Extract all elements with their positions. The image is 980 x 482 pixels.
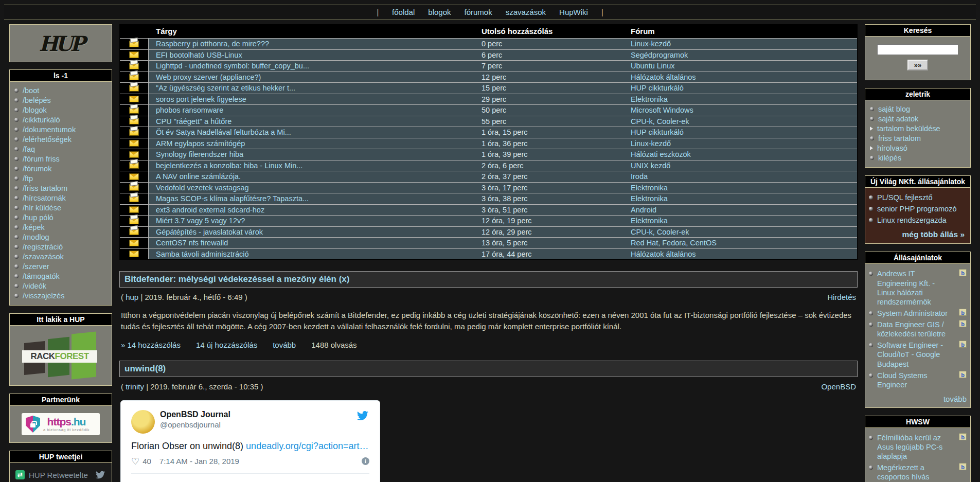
twitter-bird-icon[interactable] — [95, 470, 106, 479]
top-nav-link[interactable]: HupWiki — [559, 8, 588, 16]
sidebar-item[interactable]: /blogok — [13, 105, 108, 115]
sidebar-link[interactable]: /dokumentumok — [23, 126, 76, 134]
topic-link[interactable]: CentOS7 nfs firewalld — [156, 239, 228, 247]
job-link[interactable]: senior PHP programozó — [877, 204, 956, 213]
topic-link[interactable]: Vedofold vezetek vastagsag — [156, 184, 249, 192]
sidebar-link[interactable]: /videók — [23, 282, 46, 290]
forum-link[interactable]: Iroda — [631, 172, 648, 181]
sidebar-link[interactable]: /képek — [23, 223, 45, 231]
job-item[interactable]: Data Engineer GIS / közlekedési területr… — [869, 319, 967, 340]
sidebar-link[interactable]: /hup póló — [23, 213, 54, 222]
user-menu-link[interactable]: saját adatok — [878, 115, 918, 123]
topic-link[interactable]: EFI bootolható USB-Linux — [156, 51, 242, 59]
forum-link[interactable]: Linux-kezdő — [631, 40, 671, 48]
tweet-link[interactable]: undeadly.org/cgi?action=art… — [246, 441, 368, 451]
job-link[interactable]: PL/SQL fejlesztő — [877, 193, 932, 202]
sidebar-item[interactable]: /friss tartalom — [13, 184, 108, 193]
search-submit-button[interactable]: »» — [907, 60, 928, 70]
table-row[interactable]: Miért 3.7 vagy 5 vagy 12v? 12 óra, 19 pe… — [120, 215, 857, 226]
article-title-link[interactable]: Bitdefender: mélységi védekezéssel a mez… — [124, 274, 349, 284]
embedded-tweet-card[interactable]: OpenBSD Journal @openbsdjournal Florian … — [120, 400, 380, 482]
author-link[interactable]: hup — [126, 293, 138, 301]
sidebar-item[interactable]: /hup póló — [13, 213, 108, 223]
sidebar-item[interactable]: /ftp — [13, 174, 108, 184]
forum-link[interactable]: Ubuntu Linux — [631, 62, 674, 70]
table-row[interactable]: ARM egylapos számítógép 1 óra, 36 perc L… — [120, 138, 857, 149]
table-row[interactable]: Gépátépítés - javaslatokat várok 12 óra,… — [120, 226, 857, 238]
new-comments-link[interactable]: 14 új hozzászólás — [196, 341, 257, 349]
topic-link[interactable]: ARM egylapos számítógép — [156, 139, 245, 148]
bookmark-badge-icon[interactable]: b — [959, 320, 967, 327]
job-item[interactable]: Andrews IT Engineering Kft. - Linux háló… — [869, 268, 967, 308]
sidebar-item[interactable]: /boot — [13, 86, 108, 96]
job-link[interactable]: System Administrator — [877, 309, 948, 318]
top-nav-item[interactable]: blogok — [428, 8, 451, 16]
forum-link[interactable]: Hálózatok általános — [631, 250, 696, 258]
topic-link[interactable]: Samba távoli adminisztráció — [156, 250, 249, 258]
job-link[interactable]: Megérkezett a csoportos hívás Viberre — [877, 463, 948, 482]
topic-link[interactable]: Gépátépítés - javaslatokat várok — [156, 228, 263, 236]
topic-link[interactable]: Raspberry pi otthonra, de mire??? — [156, 40, 269, 48]
table-row[interactable]: Magas SCOP-s klíma alapfűtésre? Tapaszta… — [120, 193, 857, 204]
sidebar-link[interactable]: /fórumok — [23, 165, 51, 173]
table-row[interactable]: ext3 android external sdcard-hoz 3 óra, … — [120, 204, 857, 216]
top-nav-item[interactable]: főoldal — [392, 8, 415, 16]
tweet-timestamp[interactable]: 7:14 AM - Jan 28, 2019 — [159, 457, 239, 466]
sidebar-link[interactable]: /cikkturkáló — [23, 116, 60, 124]
user-menu-link[interactable]: tartalom beküldése — [877, 124, 940, 133]
forum-link[interactable]: Segédprogramok — [631, 51, 688, 59]
topic-link[interactable]: Magas SCOP-s klíma alapfűtésre? Tapaszta… — [156, 194, 309, 203]
topic-link[interactable]: Öt év Satya Nadellával felturbózta a Mi.… — [156, 128, 291, 136]
openbsd-link[interactable]: OpenBSD — [821, 382, 856, 391]
forum-link[interactable]: Linux-kezdő — [631, 139, 671, 148]
sidebar-item[interactable]: /hírcsatornák — [13, 193, 108, 203]
top-nav-link[interactable]: szavazások — [506, 8, 546, 16]
sidebar-link[interactable]: /szavazások — [23, 253, 64, 261]
author-link[interactable]: trinity — [126, 382, 144, 391]
sidebar-link[interactable]: /hír küldése — [23, 204, 61, 212]
info-icon[interactable]: i — [362, 457, 369, 465]
topic-link[interactable]: Web proxy szerver (appliance?) — [156, 73, 261, 81]
sidebar-link[interactable]: /elérhetőségek — [23, 135, 72, 144]
job-link[interactable]: Software Engineer - Cloud/IoT - Google B… — [877, 341, 948, 368]
forum-link[interactable]: HUP cikkturkáló — [631, 84, 684, 92]
job-link[interactable]: Linux rendszergazda — [877, 216, 947, 225]
table-row[interactable]: CentOS7 nfs firewalld 13 óra, 5 perc Red… — [120, 237, 857, 248]
table-row[interactable]: Öt év Satya Nadellával felturbózta a Mi.… — [120, 127, 857, 138]
forum-link[interactable]: Red Hat, Fedora, CentOS — [631, 239, 717, 247]
jobs-more-link[interactable]: tovább — [869, 395, 967, 403]
sidebar-link[interactable]: /fórum friss — [23, 155, 60, 163]
tweet-author[interactable]: OpenBSD Journal — [160, 410, 230, 419]
table-row[interactable]: soros port jelenek figyelese 29 perc Ele… — [120, 94, 857, 105]
hirdetes-link[interactable]: Hirdetés — [827, 293, 856, 301]
sidebar-item[interactable]: /fórum friss — [13, 154, 108, 164]
bookmark-badge-icon[interactable]: b — [959, 371, 967, 378]
topic-link[interactable]: Miért 3.7 vagy 5 vagy 12v? — [156, 217, 245, 225]
forum-link[interactable]: Elektronika — [631, 184, 668, 192]
table-row[interactable]: Samba távoli adminisztráció 17 óra, 44 p… — [120, 248, 857, 260]
tweet-conversation-link[interactable]: 23 people are talking about this › — [131, 473, 369, 482]
table-row[interactable]: Web proxy szerver (appliance?) 12 perc H… — [120, 72, 857, 83]
forum-link[interactable]: Hálózatok általános — [631, 73, 696, 81]
sidebar-item[interactable]: /dokumentumok — [13, 125, 108, 135]
sidebar-link[interactable]: /visszajelzés — [23, 292, 64, 300]
sidebar-link[interactable]: /hírcsatornák — [23, 194, 66, 202]
forum-link[interactable]: Microsoft Windows — [631, 106, 693, 114]
job-item[interactable]: senior PHP programozó — [869, 203, 967, 215]
job-item[interactable]: System Administrator b — [869, 308, 967, 319]
table-row[interactable]: phobos ransomware 50 perc Microsoft Wind… — [120, 104, 857, 116]
topic-link[interactable]: "Az ügyészség szerint az etikus hekker t… — [156, 84, 295, 92]
sidebar-item[interactable]: /videók — [13, 281, 108, 291]
job-link[interactable]: Cloud Systems Engineer — [877, 371, 948, 389]
sidebar-item[interactable]: /fórumok — [13, 164, 108, 174]
topic-link[interactable]: CPU "ráégett" a hűtőre — [156, 117, 231, 126]
forum-link[interactable]: Elektronika — [631, 217, 668, 225]
job-link[interactable]: Data Engineer GIS / közlekedési területr… — [877, 320, 948, 338]
sidebar-item[interactable]: /szavazások — [13, 252, 108, 262]
bookmark-badge-icon[interactable]: b — [959, 341, 967, 348]
sidebar-item[interactable]: /regisztráció — [13, 242, 108, 252]
forum-link[interactable]: UNIX kezdő — [631, 162, 670, 170]
bookmark-badge-icon[interactable]: b — [959, 433, 967, 440]
sidebar-item[interactable]: /támogatók — [13, 272, 108, 281]
sidebar-item[interactable]: /faq — [13, 145, 108, 154]
